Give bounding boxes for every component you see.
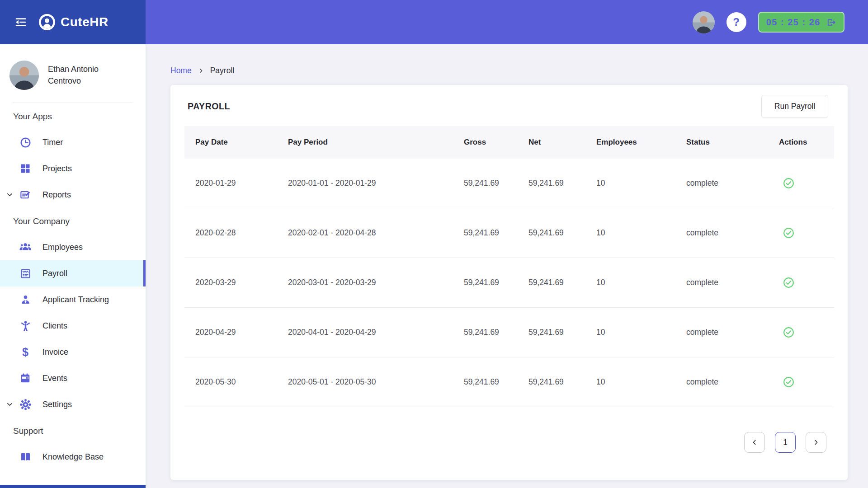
- pagination-page-1-button[interactable]: 1: [775, 432, 796, 453]
- open-book-icon: [18, 451, 33, 463]
- column-header: Pay Date: [184, 138, 288, 147]
- sidebar-item-label: Settings: [42, 400, 72, 409]
- employees-cell: 10: [596, 377, 686, 387]
- sidebar-bottom-strip: [0, 485, 146, 488]
- pay-date-cell: 2020-05-30: [184, 377, 288, 387]
- chevron-down-icon[interactable]: [6, 191, 14, 199]
- sidebar: Ethan Antonio Centrovo Your Apps Timer P…: [0, 44, 146, 488]
- user-photo: [9, 61, 39, 90]
- chevron-right-icon: [812, 439, 820, 446]
- sidebar-item-knowledge-base[interactable]: Knowledge Base: [0, 444, 146, 470]
- payroll-table: Pay Date Pay Period Gross Net Employees …: [184, 126, 834, 407]
- main-content: Home Payroll PAYROLL Run Payroll Pay Dat…: [146, 44, 868, 488]
- calendar-icon: [18, 372, 33, 384]
- gross-cell: 59,241.69: [464, 178, 528, 188]
- employees-cell: 10: [596, 328, 686, 337]
- chevron-down-icon[interactable]: [6, 401, 14, 408]
- column-header: Pay Period: [288, 138, 464, 147]
- sidebar-item-timer[interactable]: Timer: [0, 129, 146, 155]
- sidebar-item-applicant-tracking[interactable]: Applicant Tracking: [0, 286, 146, 313]
- net-cell: 59,241.69: [528, 377, 596, 387]
- app-logo[interactable]: CuteHR: [38, 13, 108, 31]
- gross-cell: 59,241.69: [464, 228, 528, 238]
- table-row: 2020-03-29 2020-03-01 - 2020-03-29 59,24…: [184, 258, 834, 308]
- check-circle-icon[interactable]: [783, 277, 795, 289]
- card-header: PAYROLL Run Payroll: [170, 85, 848, 126]
- user-name: Ethan Antonio Centrovo: [48, 64, 134, 86]
- section-title-your-apps: Your Apps: [0, 103, 146, 129]
- sidebar-item-reports[interactable]: Reports: [0, 182, 146, 208]
- sidebar-item-settings[interactable]: Settings: [0, 391, 146, 418]
- chevron-right-icon: [198, 67, 204, 74]
- sidebar-item-projects[interactable]: Projects: [0, 155, 146, 182]
- sidebar-item-label: Reports: [42, 190, 71, 200]
- payroll-card: PAYROLL Run Payroll Pay Date Pay Period …: [170, 85, 848, 480]
- pagination-next-button[interactable]: [806, 432, 826, 453]
- gross-cell: 59,241.69: [464, 328, 528, 337]
- sidebar-item-label: Timer: [42, 138, 63, 147]
- top-bar-actions: ? 05 : 25 : 26: [146, 0, 868, 44]
- applicant-icon: [18, 294, 33, 306]
- grid-icon: [18, 163, 33, 174]
- user-photo: [693, 11, 715, 33]
- section-title-your-company: Your Company: [0, 208, 146, 234]
- sidebar-item-events[interactable]: Events: [0, 365, 146, 391]
- sidebar-item-employees[interactable]: Employees: [0, 234, 146, 260]
- check-circle-icon[interactable]: [783, 177, 795, 189]
- pay-period-cell: 2020-05-01 - 2020-05-30: [288, 377, 464, 387]
- dollar-icon: $: [18, 347, 33, 358]
- net-cell: 59,241.69: [528, 278, 596, 287]
- gear-icon: [18, 399, 33, 411]
- chevron-left-icon: [751, 439, 758, 446]
- app-root: CuteHR ? 05 : 25 : 26 Ethan Antonio C: [0, 0, 868, 488]
- sidebar-item-clients[interactable]: Clients: [0, 313, 146, 339]
- question-mark-icon: ?: [733, 16, 740, 28]
- brand-name: CuteHR: [61, 15, 108, 29]
- clock-icon: [18, 136, 33, 149]
- sidebar-item-payroll[interactable]: Payroll: [0, 260, 146, 286]
- pagination: 1: [744, 432, 826, 453]
- run-payroll-button[interactable]: Run Payroll: [761, 95, 828, 118]
- pay-period-cell: 2020-04-01 - 2020-04-29: [288, 328, 464, 337]
- help-button[interactable]: ?: [726, 12, 746, 32]
- header-avatar[interactable]: [693, 11, 715, 33]
- timer-value: 05 : 25 : 26: [766, 17, 821, 28]
- pay-period-cell: 2020-03-01 - 2020-03-29: [288, 278, 464, 287]
- column-header: Status: [686, 138, 779, 147]
- menu-fold-icon[interactable]: [14, 15, 28, 29]
- pay-date-cell: 2020-02-28: [184, 228, 288, 238]
- status-cell: complete: [686, 377, 779, 387]
- check-circle-icon[interactable]: [783, 326, 795, 338]
- section-title-support: Support: [0, 418, 146, 444]
- breadcrumb-current: Payroll: [210, 66, 235, 75]
- client-person-icon: [18, 320, 33, 332]
- table-row: 2020-04-29 2020-04-01 - 2020-04-29 59,24…: [184, 308, 834, 357]
- net-cell: 59,241.69: [528, 328, 596, 337]
- table-row: 2020-02-28 2020-02-01 - 2020-04-28 59,24…: [184, 208, 834, 258]
- breadcrumb-home-link[interactable]: Home: [170, 66, 192, 75]
- net-cell: 59,241.69: [528, 178, 596, 188]
- employees-cell: 10: [596, 178, 686, 188]
- check-circle-icon[interactable]: [783, 376, 795, 388]
- check-circle-icon[interactable]: [783, 227, 795, 239]
- sidebar-item-label: Payroll: [42, 269, 67, 278]
- pagination-prev-button[interactable]: [744, 432, 765, 453]
- report-edit-icon: [18, 189, 33, 201]
- employees-cell: 10: [596, 278, 686, 287]
- status-cell: complete: [686, 328, 779, 337]
- sidebar-item-label: Invoice: [42, 347, 68, 357]
- sidebar-item-label: Clients: [42, 321, 67, 331]
- brand-area: CuteHR: [0, 0, 146, 44]
- pay-date-cell: 2020-04-29: [184, 328, 288, 337]
- column-header: Gross: [464, 138, 528, 147]
- sidebar-item-label: Applicant Tracking: [42, 295, 109, 305]
- sidebar-item-label: Projects: [42, 164, 72, 174]
- sidebar-item-invoice[interactable]: $ Invoice: [0, 339, 146, 365]
- net-cell: 59,241.69: [528, 228, 596, 238]
- table-row: 2020-05-30 2020-05-01 - 2020-05-30 59,24…: [184, 357, 834, 407]
- status-cell: complete: [686, 228, 779, 238]
- sidebar-user[interactable]: Ethan Antonio Centrovo: [0, 44, 146, 103]
- person-circle-icon: [38, 13, 56, 31]
- timer-badge[interactable]: 05 : 25 : 26: [758, 12, 844, 33]
- sidebar-item-label: Knowledge Base: [42, 452, 104, 462]
